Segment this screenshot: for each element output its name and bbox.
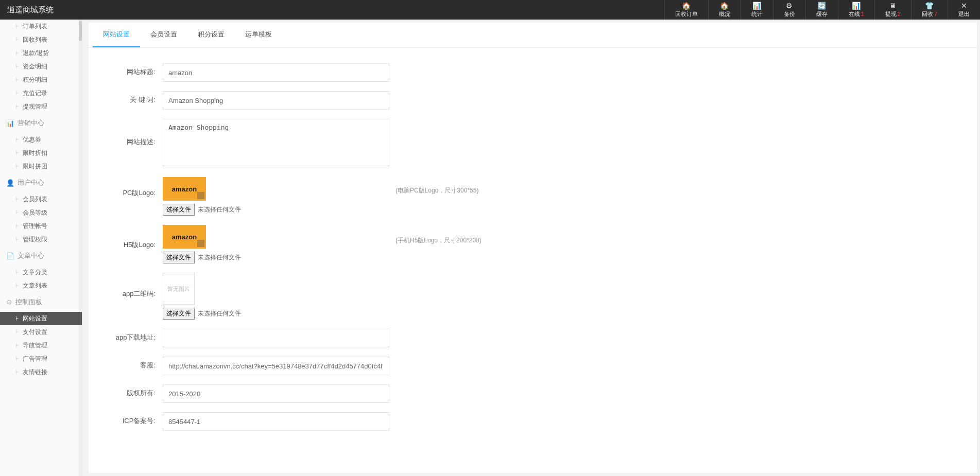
tab-0[interactable]: 网站设置 [93,23,140,47]
label-pc-logo: PC版Logo: [109,177,163,198]
topbar-icon: 🖥 [889,2,897,10]
h5-logo-file-status: 未选择任何文件 [198,253,241,262]
input-keywords[interactable] [163,91,389,110]
sidebar-item-0-1[interactable]: 回收列表 [0,33,82,46]
topbar-icon: 📊 [852,2,861,10]
pc-logo-hint: (电脑PC版Logo，尺寸300*55) [389,177,478,195]
sidebar-item-3-1[interactable]: 文章列表 [0,279,82,292]
h5-logo-hint: (手机H5版Logo，尺寸200*200) [389,225,482,245]
sidebar-item-1-2[interactable]: 限时拼团 [0,160,82,173]
qr-preview: 暂无图片 [163,273,195,305]
tab-2[interactable]: 积分设置 [187,23,235,47]
textarea-desc[interactable] [163,119,389,166]
label-site-title: 网站标题: [109,63,163,77]
tabs: 网站设置会员设置积分设置运单模板 [89,23,977,48]
sidebar-item-4-1[interactable]: 支付设置 [0,325,82,339]
topbar-label: 回收7 [922,10,937,18]
label-qr: app二维码: [109,273,163,298]
tab-1[interactable]: 会员设置 [140,23,187,47]
sidebar-group-icon: 📄 [6,252,14,260]
sidebar-item-2-3[interactable]: 管理权限 [0,233,82,246]
sidebar-item-1-0[interactable]: 优惠券 [0,133,82,146]
sidebar-group-1: 📊营销中心 [0,113,82,133]
sidebar-group-4: ⚙控制面板 [0,292,82,312]
sidebar-group-icon: 👤 [6,179,14,187]
topbar-icon: 📊 [752,2,761,10]
topbar-right: 🏠回收订单🏠概况📊统计⚙备份🔄缓存📊在线1🖥提现2👕回收7✕退出 [664,0,980,20]
sidebar-item-4-2[interactable]: 导航管理 [0,339,82,352]
pc-logo-text: amazon [172,185,197,193]
topbar-item-7[interactable]: 👕回收7 [911,0,948,20]
sidebar-group-2: 👤用户中心 [0,173,82,192]
topbar-icon: 🏠 [720,2,729,10]
topbar-item-3[interactable]: ⚙备份 [773,0,805,20]
pc-logo-preview: amazon [163,177,206,201]
label-app-url: app下载地址: [109,329,163,342]
pc-logo-file-status: 未选择任何文件 [198,205,241,214]
topbar-item-2[interactable]: 📊统计 [741,0,773,20]
sidebar-item-0-0[interactable]: 订单列表 [0,20,82,33]
pc-logo-file-button[interactable]: 选择文件 [163,204,195,216]
qr-file-button[interactable]: 选择文件 [163,308,195,320]
content-panel: 网站设置会员设置积分设置运单模板 网站标题: 关 键 词: 网站描述: PC版L… [89,23,977,473]
sidebar-item-2-0[interactable]: 会员列表 [0,192,82,206]
sidebar-item-1-1[interactable]: 限时折扣 [0,146,82,160]
topbar: 逍遥商城系统 🏠回收订单🏠概况📊统计⚙备份🔄缓存📊在线1🖥提现2👕回收7✕退出 [0,0,980,20]
sidebar-item-0-2[interactable]: 退款/退货 [0,46,82,60]
topbar-item-6[interactable]: 🖥提现2 [874,0,911,20]
sidebar-item-0-4[interactable]: 积分明细 [0,73,82,86]
topbar-label: 缓存 [816,10,828,18]
sidebar-group-title: 用户中心 [18,178,44,187]
label-icp: ICP备案号: [109,412,163,426]
h5-logo-file-button[interactable]: 选择文件 [163,252,195,263]
label-desc: 网站描述: [109,119,163,147]
topbar-icon: 🏠 [682,2,691,10]
topbar-item-8[interactable]: ✕退出 [948,0,980,20]
sidebar-item-3-0[interactable]: 文章分类 [0,266,82,279]
topbar-item-4[interactable]: 🔄缓存 [805,0,838,20]
qr-file-status: 未选择任何文件 [198,309,241,318]
settings-form: 网站标题: 关 键 词: 网站描述: PC版Logo: amazon [89,48,977,455]
input-site-title[interactable] [163,63,389,82]
sidebar-item-4-3[interactable]: 广告管理 [0,352,82,365]
sidebar-group-3: 📄文章中心 [0,246,82,266]
sidebar-item-0-3[interactable]: 资金明细 [0,60,82,73]
input-app-url[interactable] [163,329,389,347]
sidebar: 订单列表回收列表退款/退货资金明细积分明细充值记录提现管理📊营销中心优惠券限时折… [0,20,82,476]
sidebar-group-icon: 📊 [6,119,14,127]
topbar-label: 提现2 [885,10,901,18]
app-title: 逍遥商城系统 [7,5,54,15]
sidebar-group-title: 控制面板 [15,297,42,307]
topbar-label: 回收订单 [675,10,698,18]
topbar-item-0[interactable]: 🏠回收订单 [664,0,708,20]
label-h5-logo: H5版Logo: [109,225,163,250]
topbar-item-5[interactable]: 📊在线1 [838,0,874,20]
topbar-icon: ⚙ [786,2,793,10]
input-kefu[interactable] [163,357,389,375]
sidebar-group-title: 营销中心 [18,118,44,128]
topbar-label: 在线1 [849,10,864,18]
h5-logo-preview: amazon [163,225,206,249]
input-copyright[interactable] [163,384,389,403]
label-kefu: 客服: [109,357,163,370]
input-icp[interactable] [163,412,389,431]
topbar-label: 退出 [958,10,970,18]
sidebar-group-title: 文章中心 [18,251,44,260]
topbar-label: 备份 [784,10,795,18]
main-area: 网站设置会员设置积分设置运单模板 网站标题: 关 键 词: 网站描述: PC版L… [82,20,980,476]
sidebar-item-2-1[interactable]: 会员等级 [0,206,82,219]
tab-3[interactable]: 运单模板 [235,23,282,47]
sidebar-item-2-2[interactable]: 管理帐号 [0,219,82,233]
label-copyright: 版权所有: [109,384,163,398]
topbar-label: 概况 [719,10,730,18]
topbar-icon: 🔄 [817,2,826,10]
label-keywords: 关 键 词: [109,91,163,104]
topbar-icon: ✕ [961,2,967,10]
sidebar-item-0-5[interactable]: 充值记录 [0,86,82,100]
sidebar-item-4-0[interactable]: 网站设置 [0,312,82,325]
sidebar-group-icon: ⚙ [6,298,12,306]
topbar-item-1[interactable]: 🏠概况 [708,0,741,20]
topbar-icon: 👕 [925,2,934,10]
sidebar-item-4-4[interactable]: 友情链接 [0,365,82,379]
sidebar-item-0-6[interactable]: 提现管理 [0,100,82,113]
